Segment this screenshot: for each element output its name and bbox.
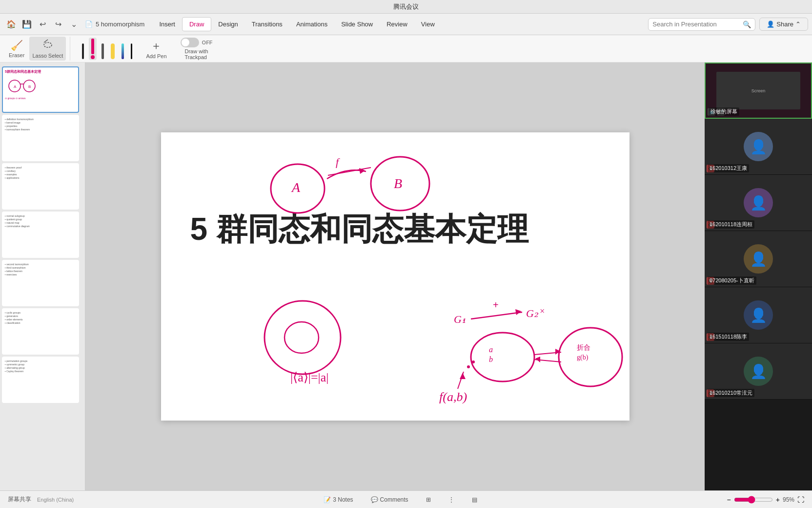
share-button[interactable]: 👤 Share ⌃ (759, 18, 808, 31)
svg-marker-10 (359, 168, 365, 174)
slide-1-drawing: A B (5, 76, 76, 96)
svg-text:+: + (493, 299, 499, 310)
redo-icon[interactable]: ↪ (51, 17, 65, 32)
tab-review[interactable]: Review (380, 18, 414, 31)
search-input[interactable] (652, 21, 743, 28)
notes-button[interactable]: 📝 3 Notes (320, 494, 357, 505)
svg-line-27 (534, 352, 561, 355)
zoom-out-button[interactable]: − (727, 496, 731, 504)
svg-text:·: · (463, 315, 465, 325)
toggle-row: OFF (181, 38, 213, 47)
svg-text:A: A (14, 85, 17, 89)
share-label: Share (776, 21, 793, 28)
pen-very-dark[interactable] (129, 42, 134, 60)
video-tile-3[interactable]: 👤 🔇 162010118连周桓 (705, 175, 812, 231)
menu-tabs: Insert Draw Design Transitions Animation… (152, 17, 648, 31)
bottom-left: 屏幕共享 English (China) (8, 495, 74, 504)
bottom-center: 📝 3 Notes 💬 Comments ⊞ ⋮ ▤ (81, 494, 719, 505)
slide-thumb-4[interactable]: ▪ normal subgroup▪ quotient group▪ natur… (2, 212, 79, 258)
comments-label: Comments (380, 496, 408, 503)
svg-text:f: f (336, 156, 340, 168)
notes-label: 3 Notes (333, 496, 353, 503)
zoom-in-button[interactable]: + (776, 496, 780, 504)
draw-trackpad-toggle: OFF Draw with Trackpad (175, 36, 219, 62)
tab-view[interactable]: View (414, 18, 442, 31)
toggle-switch[interactable] (181, 38, 199, 47)
participant-name-2: 162010312王康 (708, 164, 749, 172)
language-label: English (China) (37, 497, 74, 503)
svg-point-37 (467, 365, 470, 368)
lasso-icon (42, 39, 53, 52)
pen-pink[interactable] (89, 38, 97, 60)
video-tile-4[interactable]: 👤 🔇 072080205-卜直昕 (705, 231, 812, 287)
add-pen-button[interactable]: ＋ Add Pen (142, 37, 170, 61)
eraser-icon: 🧹 (11, 40, 23, 51)
filename: 5 homomorphism (96, 21, 144, 28)
add-pen-icon: ＋ (151, 39, 162, 53)
pen-teal[interactable] (120, 42, 126, 60)
slide-thumb-1[interactable]: 5群同态和同态基本定理 A B ⊙ groups ⊙ arrows (2, 66, 79, 113)
svg-line-1 (44, 40, 48, 42)
video-tile-5[interactable]: 👤 🔇 161510118陈李 (705, 287, 812, 343)
more-icon[interactable]: ⌄ (66, 17, 81, 32)
slide-2-content: ▪ definition homomorphism▪ kernel image▪… (3, 116, 78, 160)
svg-point-12 (371, 157, 429, 211)
zoom-slider[interactable] (734, 496, 773, 504)
comments-button[interactable]: 💬 Comments (367, 494, 412, 505)
tool-group-selection: 🧹 Eraser Lasso Select (6, 37, 70, 61)
eraser-label: Eraser (9, 52, 24, 58)
menubar: 🏠 💾 ↩ ↪ ⌄ 📄 5 homomorphism Insert Draw D… (0, 14, 812, 35)
fullscreen-button[interactable]: ⛶ (797, 496, 804, 504)
svg-text:G₂: G₂ (526, 307, 539, 319)
slide-3-body: ▪ theorem proof▪ corollary▪ examples▪ ap… (5, 166, 76, 180)
screen-text: Screen (751, 88, 766, 93)
slide-3-content: ▪ theorem proof▪ corollary▪ examples▪ ap… (3, 164, 78, 209)
svg-point-15 (284, 322, 319, 353)
slide-thumb-5[interactable]: ▪ second isomorphism▪ third isomorphism▪… (2, 260, 79, 306)
slide-panel[interactable]: 5群同态和同态基本定理 A B ⊙ groups ⊙ arrows (0, 63, 85, 490)
drawing-overlay: A f B |⟨a⟩|=|a| G₁ · (161, 132, 629, 421)
menu-right: 🔍 👤 Share ⌃ (648, 18, 808, 31)
bottom-right: − + 95% ⛶ (727, 496, 804, 504)
svg-text:b: b (489, 355, 493, 363)
grid-view-button[interactable]: ⋮ (445, 494, 458, 505)
eraser-button[interactable]: 🧹 Eraser (6, 38, 27, 60)
share-screen-label: 屏幕共享 (8, 495, 31, 504)
video-tile-6[interactable]: 👤 🔇 162010210常泫元 (705, 343, 812, 400)
tab-insert[interactable]: Insert (152, 18, 182, 31)
slide-2-body: ▪ definition homomorphism▪ kernel image▪… (5, 118, 76, 131)
tab-animations[interactable]: Animations (289, 18, 334, 31)
lasso-select-button[interactable]: Lasso Select (29, 37, 66, 61)
slide-thumb-6[interactable]: ▪ cyclic groups▪ generators▪ order eleme… (2, 308, 79, 355)
share-icon: 👤 (767, 21, 774, 28)
tab-slideshow[interactable]: Slide Show (334, 18, 380, 31)
video-tile-2[interactable]: 👤 🔇 162010312王康 (705, 119, 812, 175)
svg-point-24 (471, 333, 534, 381)
slides-view-button[interactable]: ⊞ (422, 494, 435, 505)
toolbar: 🧹 Eraser Lasso Select (0, 35, 812, 63)
video-tile-1[interactable]: Screen 📺 🎤 徐敏的屏幕 (705, 63, 812, 119)
pen-line-black (82, 43, 84, 59)
tab-transitions[interactable]: Transitions (245, 18, 289, 31)
slide-canvas[interactable]: 5 群同态和同态基本定理 A f B |⟨a⟩ (161, 132, 629, 421)
svg-point-0 (44, 42, 52, 47)
pen-black[interactable] (80, 42, 86, 60)
draw-trackpad-label: Draw with Trackpad (184, 48, 208, 60)
participant-name-3: 162010118连周桓 (708, 220, 754, 229)
avatar-3: 👤 (744, 188, 773, 217)
layout-button[interactable]: ▤ (468, 494, 481, 505)
save-icon[interactable]: 💾 (20, 17, 34, 32)
slide-thumb-3[interactable]: ▪ theorem proof▪ corollary▪ examples▪ ap… (2, 163, 79, 210)
svg-text:g(b): g(b) (577, 354, 589, 361)
slide-thumb-2[interactable]: ▪ definition homomorphism▪ kernel image▪… (2, 115, 79, 161)
slide-4-content: ▪ normal subgroup▪ quotient group▪ natur… (3, 212, 78, 257)
home-icon[interactable]: 🏠 (4, 17, 19, 32)
slide-thumb-7[interactable]: ▪ permutation groups▪ symmetric group▪ a… (2, 357, 79, 403)
zoom-control: − + 95% ⛶ (727, 496, 804, 504)
tab-design[interactable]: Design (211, 18, 244, 31)
pen-yellow[interactable] (109, 42, 117, 60)
search-box[interactable]: 🔍 (648, 18, 755, 31)
pen-dark-gray[interactable] (100, 42, 106, 60)
undo-icon[interactable]: ↩ (35, 17, 50, 32)
tab-draw[interactable]: Draw (182, 17, 211, 31)
